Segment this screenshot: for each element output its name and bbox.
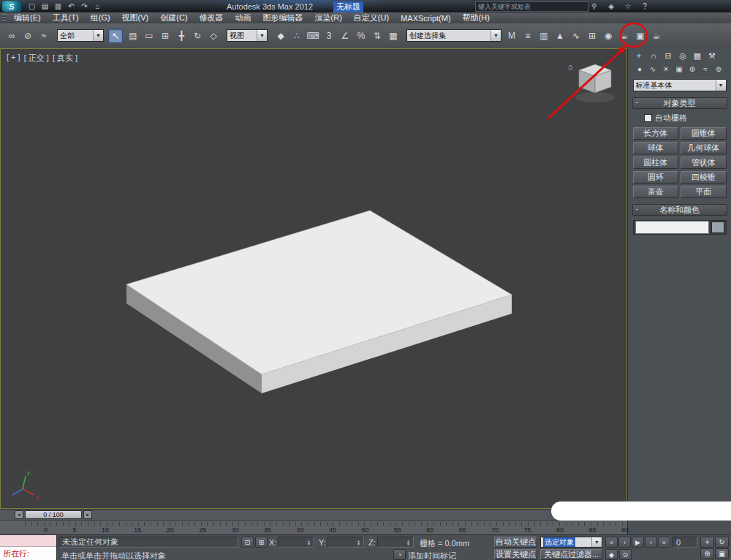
save-file-icon[interactable]: ▥	[53, 1, 64, 11]
new-scene-icon[interactable]: ▢	[26, 1, 37, 11]
primitive-category-dropdown[interactable]: 标准基本体 ▼	[633, 79, 727, 91]
pyramid-button[interactable]: 四棱锥	[681, 171, 727, 183]
menu-customize[interactable]: 自定义(U)	[348, 12, 395, 23]
mirror-icon[interactable]: M	[504, 29, 519, 43]
track-bar[interactable]: 051015202530354045505560657075808590	[0, 520, 627, 535]
set-key-button[interactable]: 设置关键点	[494, 549, 537, 560]
viewport-pov-menu[interactable]: [ 正交 ]	[24, 53, 49, 64]
time-configuration-button[interactable]: ⊙	[619, 549, 632, 560]
menu-animation[interactable]: 动画	[230, 12, 257, 23]
angle-snap-icon[interactable]: ∠	[338, 29, 352, 43]
favorites-icon[interactable]: ☆	[623, 1, 633, 11]
display-tab[interactable]: ▦	[691, 50, 704, 61]
tube-button[interactable]: 管状体	[681, 156, 727, 169]
sphere-button[interactable]: 球体	[633, 142, 679, 154]
spinner-icon[interactable]: ▲▼	[406, 540, 410, 545]
key-selection-dropdown[interactable]: 选定对象 ▼	[540, 537, 602, 548]
open-file-icon[interactable]: ▤	[39, 1, 50, 11]
menu-drag-handle[interactable]	[2, 14, 6, 22]
named-selection-set-dropdown[interactable]: 创建选择集 ▼	[406, 29, 501, 42]
menu-edit[interactable]: 编辑(E)	[8, 12, 47, 23]
infocenter-search-input[interactable]	[475, 1, 589, 12]
select-and-scale-icon[interactable]: ◇	[206, 29, 221, 43]
curve-editor-icon[interactable]: ∿	[569, 29, 583, 43]
menu-help[interactable]: 帮助(H)	[457, 12, 496, 23]
time-slider-next-button[interactable]: ▸	[83, 510, 92, 519]
y-coordinate-field[interactable]: ▲▼	[327, 537, 364, 548]
select-and-rotate-icon[interactable]: ↻	[190, 29, 205, 43]
menu-views[interactable]: 视图(V)	[116, 12, 155, 23]
motion-tab[interactable]: ◎	[676, 50, 689, 61]
keyboard-override-icon[interactable]: ⌨	[306, 29, 320, 43]
cylinder-button[interactable]: 圆柱体	[633, 156, 679, 169]
add-time-tag-icon[interactable]: ◔	[393, 549, 406, 560]
undo-icon[interactable]: ↶	[66, 1, 77, 11]
viewport-general-menu[interactable]: [ + ]	[7, 53, 20, 64]
project-folder-icon[interactable]: ⌂	[92, 1, 103, 11]
spinner-icon[interactable]: ▲▼	[357, 540, 360, 545]
viewcube-home-icon[interactable]: ⌂	[568, 62, 573, 71]
key-filters-button[interactable]: 关键点过滤器...	[540, 549, 602, 560]
geosphere-button[interactable]: 几何球体	[681, 142, 727, 154]
create-tab[interactable]: +	[632, 50, 645, 61]
go-to-end-button[interactable]: »	[658, 537, 670, 548]
menu-maxscript[interactable]: MAXScript(M)	[395, 14, 456, 23]
systems-subtab[interactable]: ⊚	[713, 64, 724, 75]
orbit-icon[interactable]: ↻	[715, 537, 729, 548]
autogrid-checkbox[interactable]	[644, 114, 652, 122]
cameras-subtab[interactable]: ▣	[673, 64, 685, 75]
communication-center-icon[interactable]: ◈	[606, 1, 616, 11]
maxscript-mini-listener[interactable]: 所在行:	[0, 535, 57, 560]
layer-manager-icon[interactable]: ▥	[537, 29, 551, 43]
torus-button[interactable]: 圆环	[633, 171, 679, 183]
absolute-mode-icon[interactable]: ⊞	[255, 537, 268, 548]
helpers-subtab[interactable]: ⊕	[686, 64, 698, 75]
time-slider-track[interactable]: ◂ 0 / 100 ▸	[0, 509, 627, 521]
lock-selection-icon[interactable]: ⊡	[241, 537, 254, 548]
select-and-link-icon[interactable]: ∞	[4, 29, 19, 43]
spinner-snap-icon[interactable]: ⇅	[370, 29, 385, 43]
spinner-icon[interactable]: ▲▼	[307, 540, 311, 545]
spacewarps-subtab[interactable]: ≈	[700, 64, 711, 75]
box-button[interactable]: 长方体	[633, 127, 679, 140]
cone-button[interactable]: 圆锥体	[681, 127, 727, 140]
menu-modifiers[interactable]: 修改器	[194, 12, 230, 23]
menu-tools[interactable]: 工具(T)	[47, 12, 85, 23]
add-time-tag-label[interactable]: 添加时间标记	[408, 550, 456, 560]
graphite-toolbar-icon[interactable]: ▲	[553, 29, 567, 43]
auto-key-button[interactable]: 自动关键点	[494, 537, 537, 548]
schematic-view-icon[interactable]: ⊞	[585, 29, 599, 43]
edit-named-selections-icon[interactable]: ▦	[386, 29, 401, 43]
key-mode-toggle[interactable]: ◆	[605, 549, 618, 560]
utilities-tab[interactable]: ⚒	[705, 50, 719, 61]
current-frame-field[interactable]: 0	[673, 537, 697, 548]
material-editor-icon[interactable]: ◉	[601, 29, 616, 43]
hierarchy-tab[interactable]: ⊟	[662, 50, 675, 61]
bind-to-space-warp-icon[interactable]: ≈	[37, 29, 51, 43]
menu-create[interactable]: 创建(C)	[154, 12, 193, 23]
select-object-icon[interactable]: ↖	[108, 29, 123, 43]
listener-field[interactable]: 所在行:	[0, 547, 56, 560]
pan-icon[interactable]: +	[700, 537, 714, 548]
window-crossing-icon[interactable]: ⊞	[158, 29, 173, 43]
viewport-shading-menu[interactable]: [ 真实 ]	[53, 53, 77, 64]
play-button[interactable]: ▶	[632, 537, 644, 548]
object-type-rollout[interactable]: - 对象类型	[632, 97, 727, 109]
viewport[interactable]: [ + ][ 正交 ][ 真实 ] ⌂ x y	[0, 48, 627, 509]
time-slider-handle[interactable]: 0 / 100	[25, 510, 82, 519]
macro-recorder-field[interactable]	[0, 535, 56, 547]
unlink-selection-icon[interactable]: ⊘	[20, 29, 35, 43]
geometry-subtab[interactable]: ●	[634, 64, 645, 75]
object-color-swatch[interactable]	[711, 222, 724, 233]
go-to-start-button[interactable]: «	[605, 537, 618, 548]
viewport-canvas[interactable]: ⌂ x y	[1, 49, 626, 508]
render-setup-icon[interactable]: ☕	[617, 29, 632, 43]
menu-graph-editors[interactable]: 图形编辑器	[257, 12, 309, 23]
x-coordinate-field[interactable]: ▲▼	[278, 537, 314, 548]
teapot-button[interactable]: 茶壶	[633, 186, 679, 198]
snap-toggle-icon[interactable]: 3	[322, 29, 336, 43]
render-production-icon[interactable]: ☕	[649, 29, 664, 43]
reference-coordinate-dropdown[interactable]: 视图 ▼	[227, 29, 268, 42]
plane-button[interactable]: 平面	[681, 186, 727, 198]
search-icon[interactable]: ⚲	[589, 1, 599, 11]
